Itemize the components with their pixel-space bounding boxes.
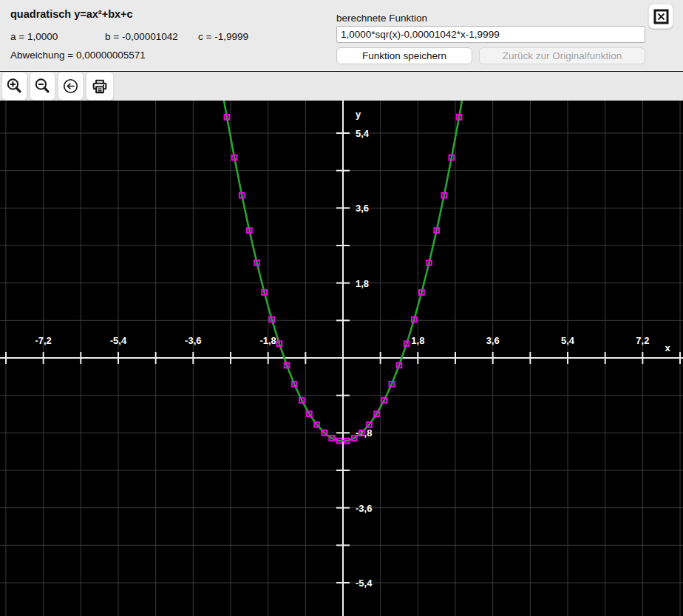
plot-toolbar <box>0 72 683 101</box>
param-a: a = 1,0000 <box>10 31 58 42</box>
header-panel: quadratisch y=ax²+bx+c a = 1,0000 b = -0… <box>0 0 683 71</box>
y-axis-label: y <box>356 109 361 120</box>
model-title: quadratisch y=ax²+bx+c <box>10 8 133 20</box>
svg-text:-3,6: -3,6 <box>185 335 201 346</box>
zoom-in-icon <box>5 77 24 95</box>
svg-text:1,8: 1,8 <box>356 278 369 289</box>
function-plot-canvas: -7,2-5,4-3,6-1,81,83,65,47,25,43,61,8-1,… <box>0 101 683 616</box>
svg-text:-5,4: -5,4 <box>356 578 373 589</box>
svg-text:-7,2: -7,2 <box>35 335 51 346</box>
deviation-value: Abweichung = 0,00000005571 <box>10 50 146 61</box>
param-b: b = -0,00001042 <box>105 31 178 42</box>
function-field-label: berechnete Funktion <box>336 13 427 24</box>
svg-text:-1,8: -1,8 <box>259 335 276 346</box>
save-function-button[interactable]: Funktion speichern <box>336 47 472 64</box>
svg-text:-5,4: -5,4 <box>110 335 127 346</box>
zoom-in-button[interactable] <box>1 72 27 101</box>
tick-labels: -7,2-5,4-3,6-1,81,83,65,47,25,43,61,8-1,… <box>35 109 670 589</box>
svg-text:3,6: 3,6 <box>486 335 500 346</box>
function-input[interactable] <box>336 26 645 43</box>
svg-text:7,2: 7,2 <box>636 335 649 346</box>
undo-arrow-icon <box>61 77 80 95</box>
print-button[interactable] <box>86 72 114 101</box>
reset-to-original-button[interactable]: Zurück zur Originalfunktion <box>479 47 645 64</box>
boxed-x-icon <box>653 9 669 24</box>
svg-text:5,4: 5,4 <box>561 335 575 346</box>
plot-area[interactable]: -7,2-5,4-3,6-1,81,83,65,47,25,43,61,8-1,… <box>0 101 683 616</box>
zoom-out-icon <box>33 77 52 95</box>
print-icon <box>90 77 109 96</box>
undo-view-button[interactable] <box>58 72 84 101</box>
svg-text:-3,6: -3,6 <box>356 503 372 514</box>
close-button[interactable] <box>648 4 673 29</box>
param-c: c = -1,9999 <box>198 31 248 42</box>
svg-text:1,8: 1,8 <box>411 335 424 346</box>
zoom-out-button[interactable] <box>30 72 55 101</box>
curve-fit-window: quadratisch y=ax²+bx+c a = 1,0000 b = -0… <box>0 0 683 616</box>
svg-text:5,4: 5,4 <box>356 128 370 139</box>
x-axis-label: x <box>665 342 670 353</box>
axes <box>0 101 683 616</box>
svg-text:3,6: 3,6 <box>356 203 369 214</box>
